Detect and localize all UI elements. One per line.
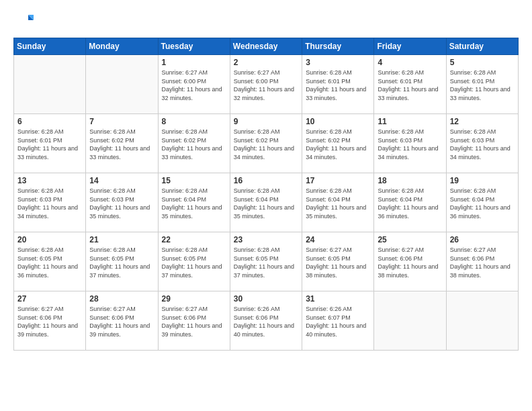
day-info: Sunrise: 6:27 AM Sunset: 6:06 PM Dayligh… [450,246,515,279]
cal-cell: 11Sunrise: 6:28 AM Sunset: 6:03 PM Dayli… [374,114,446,173]
day-number: 5 [450,58,515,67]
day-info: Sunrise: 6:27 AM Sunset: 6:05 PM Dayligh… [306,246,370,279]
day-number: 26 [450,235,515,244]
weekday-header-friday: Friday [374,38,446,55]
day-info: Sunrise: 6:28 AM Sunset: 6:04 PM Dayligh… [234,187,298,220]
day-info: Sunrise: 6:28 AM Sunset: 6:02 PM Dayligh… [306,128,370,161]
day-info: Sunrise: 6:28 AM Sunset: 6:04 PM Dayligh… [378,187,442,220]
week-row-2: 6Sunrise: 6:28 AM Sunset: 6:01 PM Daylig… [14,114,519,173]
cal-cell [14,55,86,114]
day-number: 25 [378,235,442,244]
cal-cell: 25Sunrise: 6:27 AM Sunset: 6:06 PM Dayli… [374,232,446,291]
day-number: 29 [162,294,226,304]
cal-cell: 18Sunrise: 6:28 AM Sunset: 6:04 PM Dayli… [374,173,446,232]
day-number: 10 [306,117,370,126]
day-number: 27 [17,294,82,304]
day-info: Sunrise: 6:28 AM Sunset: 6:03 PM Dayligh… [89,187,154,220]
week-row-3: 13Sunrise: 6:28 AM Sunset: 6:03 PM Dayli… [14,173,519,232]
day-number: 31 [306,294,370,304]
cal-cell: 15Sunrise: 6:28 AM Sunset: 6:04 PM Dayli… [158,173,230,232]
header [13,11,519,31]
cal-cell: 5Sunrise: 6:28 AM Sunset: 6:01 PM Daylig… [446,55,518,114]
day-info: Sunrise: 6:28 AM Sunset: 6:02 PM Dayligh… [162,128,226,161]
day-info: Sunrise: 6:28 AM Sunset: 6:01 PM Dayligh… [378,68,442,102]
day-number: 7 [89,117,154,126]
day-number: 3 [306,58,370,67]
day-number: 20 [17,235,82,244]
day-info: Sunrise: 6:28 AM Sunset: 6:03 PM Dayligh… [17,187,82,220]
cal-cell: 3Sunrise: 6:28 AM Sunset: 6:01 PM Daylig… [302,55,374,114]
day-number: 11 [378,117,442,126]
cal-cell: 27Sunrise: 6:27 AM Sunset: 6:06 PM Dayli… [14,291,86,351]
cal-cell: 31Sunrise: 6:26 AM Sunset: 6:07 PM Dayli… [302,291,374,351]
cal-cell: 17Sunrise: 6:28 AM Sunset: 6:04 PM Dayli… [302,173,374,232]
cal-cell: 30Sunrise: 6:26 AM Sunset: 6:06 PM Dayli… [230,291,302,351]
logo [13,11,36,31]
day-info: Sunrise: 6:28 AM Sunset: 6:03 PM Dayligh… [450,128,515,161]
day-info: Sunrise: 6:26 AM Sunset: 6:06 PM Dayligh… [234,305,298,338]
day-info: Sunrise: 6:28 AM Sunset: 6:05 PM Dayligh… [162,246,226,279]
day-info: Sunrise: 6:27 AM Sunset: 6:06 PM Dayligh… [162,305,226,338]
week-row-5: 27Sunrise: 6:27 AM Sunset: 6:06 PM Dayli… [14,291,519,351]
cal-cell: 21Sunrise: 6:28 AM Sunset: 6:05 PM Dayli… [86,232,158,291]
day-number: 6 [17,117,82,126]
day-info: Sunrise: 6:28 AM Sunset: 6:02 PM Dayligh… [89,128,154,161]
day-info: Sunrise: 6:28 AM Sunset: 6:03 PM Dayligh… [378,128,442,161]
page: SundayMondayTuesdayWednesdayThursdayFrid… [0,0,532,411]
day-info: Sunrise: 6:28 AM Sunset: 6:01 PM Dayligh… [306,68,370,102]
day-number: 1 [162,58,226,67]
day-info: Sunrise: 6:28 AM Sunset: 6:01 PM Dayligh… [17,128,82,161]
day-number: 9 [234,117,298,126]
weekday-header-row: SundayMondayTuesdayWednesdayThursdayFrid… [14,38,519,55]
day-info: Sunrise: 6:27 AM Sunset: 6:06 PM Dayligh… [378,246,442,279]
cal-cell: 13Sunrise: 6:28 AM Sunset: 6:03 PM Dayli… [14,173,86,232]
logo-content [13,11,36,31]
weekday-header-monday: Monday [86,38,158,55]
cal-cell: 19Sunrise: 6:28 AM Sunset: 6:04 PM Dayli… [446,173,518,232]
day-number: 2 [234,58,298,67]
weekday-header-thursday: Thursday [302,38,374,55]
day-info: Sunrise: 6:27 AM Sunset: 6:00 PM Dayligh… [162,68,226,102]
day-info: Sunrise: 6:28 AM Sunset: 6:05 PM Dayligh… [89,246,154,279]
weekday-header-sunday: Sunday [14,38,86,55]
day-number: 18 [378,176,442,185]
day-info: Sunrise: 6:27 AM Sunset: 6:00 PM Dayligh… [234,68,298,102]
logo-icon [13,11,34,31]
day-info: Sunrise: 6:28 AM Sunset: 6:01 PM Dayligh… [450,68,515,102]
day-number: 17 [306,176,370,185]
cal-cell: 22Sunrise: 6:28 AM Sunset: 6:05 PM Dayli… [158,232,230,291]
day-number: 21 [89,235,154,244]
day-number: 4 [378,58,442,67]
cal-cell: 20Sunrise: 6:28 AM Sunset: 6:05 PM Dayli… [14,232,86,291]
day-number: 24 [306,235,370,244]
day-number: 19 [450,176,515,185]
cal-cell: 9Sunrise: 6:28 AM Sunset: 6:02 PM Daylig… [230,114,302,173]
day-number: 8 [162,117,226,126]
day-info: Sunrise: 6:28 AM Sunset: 6:05 PM Dayligh… [17,246,82,279]
cal-cell [374,291,446,351]
day-info: Sunrise: 6:26 AM Sunset: 6:07 PM Dayligh… [306,305,370,338]
cal-cell: 7Sunrise: 6:28 AM Sunset: 6:02 PM Daylig… [86,114,158,173]
cal-cell: 8Sunrise: 6:28 AM Sunset: 6:02 PM Daylig… [158,114,230,173]
day-number: 16 [234,176,298,185]
cal-cell: 16Sunrise: 6:28 AM Sunset: 6:04 PM Dayli… [230,173,302,232]
day-number: 13 [17,176,82,185]
day-number: 12 [450,117,515,126]
day-number: 28 [89,294,154,304]
cal-cell: 1Sunrise: 6:27 AM Sunset: 6:00 PM Daylig… [158,55,230,114]
cal-cell: 26Sunrise: 6:27 AM Sunset: 6:06 PM Dayli… [446,232,518,291]
day-info: Sunrise: 6:28 AM Sunset: 6:05 PM Dayligh… [234,246,298,279]
day-info: Sunrise: 6:28 AM Sunset: 6:04 PM Dayligh… [306,187,370,220]
cal-cell: 14Sunrise: 6:28 AM Sunset: 6:03 PM Dayli… [86,173,158,232]
calendar-table: SundayMondayTuesdayWednesdayThursdayFrid… [13,38,519,351]
day-info: Sunrise: 6:28 AM Sunset: 6:04 PM Dayligh… [162,187,226,220]
cal-cell: 4Sunrise: 6:28 AM Sunset: 6:01 PM Daylig… [374,55,446,114]
day-number: 14 [89,176,154,185]
week-row-4: 20Sunrise: 6:28 AM Sunset: 6:05 PM Dayli… [14,232,519,291]
cal-cell: 29Sunrise: 6:27 AM Sunset: 6:06 PM Dayli… [158,291,230,351]
day-number: 23 [234,235,298,244]
cal-cell: 12Sunrise: 6:28 AM Sunset: 6:03 PM Dayli… [446,114,518,173]
day-info: Sunrise: 6:28 AM Sunset: 6:04 PM Dayligh… [450,187,515,220]
cal-cell: 28Sunrise: 6:27 AM Sunset: 6:06 PM Dayli… [86,291,158,351]
day-number: 15 [162,176,226,185]
